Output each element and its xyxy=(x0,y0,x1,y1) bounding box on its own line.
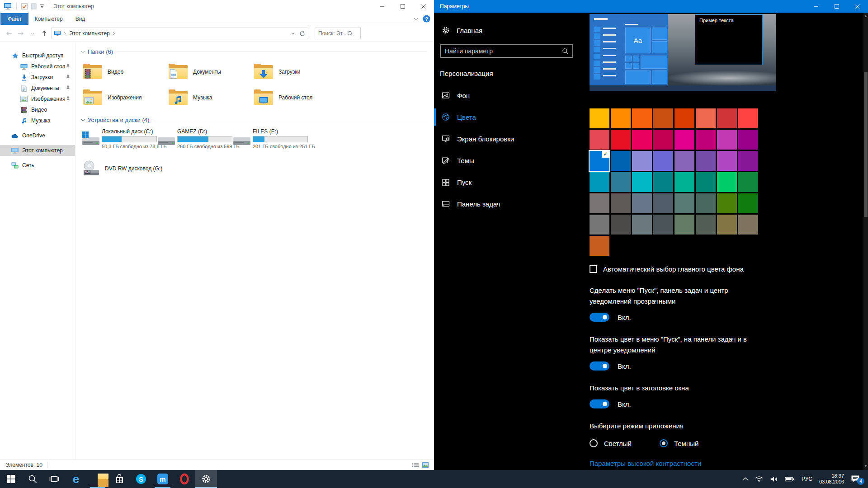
color-swatch[interactable] xyxy=(653,193,673,213)
folder-tile[interactable]: Загрузки xyxy=(254,59,339,84)
color-swatch[interactable] xyxy=(675,215,694,235)
close-button[interactable] xyxy=(847,0,868,13)
color-swatch[interactable] xyxy=(611,108,631,128)
color-swatch-selected[interactable]: ✓ xyxy=(590,151,609,171)
color-swatch[interactable] xyxy=(696,172,716,192)
taskbar-maxthon-button[interactable]: m xyxy=(152,470,174,488)
color-swatch[interactable] xyxy=(653,151,673,171)
color-swatch[interactable] xyxy=(653,172,673,192)
checkbox-unchecked[interactable] xyxy=(590,265,597,273)
taskbar-store-button[interactable] xyxy=(108,470,130,488)
color-swatch[interactable] xyxy=(590,108,609,128)
color-swatch[interactable] xyxy=(738,193,758,213)
color-swatch[interactable] xyxy=(632,215,652,235)
collapse-group-icon[interactable] xyxy=(81,51,85,53)
breadcrumb[interactable]: Этот компьютер xyxy=(69,30,110,37)
color-swatch[interactable] xyxy=(696,130,716,150)
color-swatch[interactable] xyxy=(717,130,737,150)
color-swatch[interactable] xyxy=(611,215,631,235)
settings-nav-start-tiles[interactable]: Пуск xyxy=(434,171,590,193)
previous-locations-icon[interactable] xyxy=(291,33,295,35)
color-swatch[interactable] xyxy=(738,151,758,171)
customize-toolbar-icon[interactable] xyxy=(40,4,44,9)
maximize-button[interactable] xyxy=(826,0,847,13)
color-swatch[interactable] xyxy=(653,130,673,150)
color-swatch[interactable] xyxy=(632,193,652,213)
taskbar-file-explorer-button[interactable] xyxy=(87,470,108,488)
color-swatch[interactable] xyxy=(611,172,631,192)
taskbar-edge-button[interactable]: e xyxy=(65,470,87,488)
color-swatch[interactable] xyxy=(717,172,737,192)
search-input[interactable] xyxy=(317,30,347,37)
sidebar-item-music[interactable]: Музыка xyxy=(0,115,75,126)
color-swatch[interactable] xyxy=(738,215,758,235)
drive-tile[interactable]: GAMEZ (D:)260 ГБ свободно из 599 ГБ xyxy=(157,128,233,152)
settings-nav-taskbar-nav[interactable]: Панель задач xyxy=(434,193,590,215)
maximize-button[interactable] xyxy=(392,0,413,13)
scrollbar[interactable]: ▲ ▼ xyxy=(863,13,868,470)
auto-color-checkbox-row[interactable]: Автоматический выбор главного цвета фона xyxy=(590,265,852,273)
color-swatch[interactable] xyxy=(675,130,694,150)
radio-unselected[interactable] xyxy=(590,439,598,447)
color-swatch[interactable] xyxy=(632,130,652,150)
volume-icon[interactable] xyxy=(770,476,778,483)
sidebar-item-computer[interactable]: Этот компьютер xyxy=(0,145,75,156)
back-icon[interactable] xyxy=(5,30,14,37)
settings-titlebar[interactable]: Параметры xyxy=(434,0,868,13)
toggle-switch-on[interactable] xyxy=(590,313,609,322)
battery-icon[interactable] xyxy=(785,476,795,482)
close-button[interactable] xyxy=(413,0,434,13)
color-swatch[interactable] xyxy=(738,130,758,150)
settings-nav-lockscreen[interactable]: Экран блокировки xyxy=(434,128,590,150)
sidebar-item-download[interactable]: Загрузки xyxy=(0,72,75,83)
color-swatch[interactable] xyxy=(696,108,716,128)
search-icon[interactable] xyxy=(347,31,353,37)
color-swatch[interactable] xyxy=(717,151,737,171)
help-icon[interactable]: ? xyxy=(423,15,430,23)
settings-nav-background[interactable]: Фон xyxy=(434,84,590,106)
tab-file[interactable]: Файл xyxy=(0,13,28,25)
color-swatch[interactable] xyxy=(738,108,758,128)
tab-view[interactable]: Вид xyxy=(69,14,92,24)
radio-selected[interactable] xyxy=(660,439,668,447)
color-swatch[interactable] xyxy=(675,172,694,192)
taskbar-settings-button[interactable] xyxy=(195,470,217,488)
color-swatch[interactable] xyxy=(653,108,673,128)
color-swatch[interactable] xyxy=(696,151,716,171)
sidebar-item-film[interactable]: Видео xyxy=(0,104,75,115)
taskbar-opera-button[interactable] xyxy=(174,470,195,488)
settings-search-input[interactable] xyxy=(441,47,562,55)
group-devices[interactable]: Устройства и диски (4) xyxy=(81,117,429,123)
properties-icon[interactable] xyxy=(21,3,28,9)
folder-tile[interactable]: Музыка xyxy=(168,84,254,110)
color-swatch[interactable] xyxy=(696,193,716,213)
color-swatch[interactable] xyxy=(717,215,737,235)
language-indicator[interactable]: РУС xyxy=(802,476,812,482)
expand-ribbon-icon[interactable] xyxy=(414,18,418,20)
thumbnails-view-icon[interactable] xyxy=(422,462,429,468)
taskbar-task-view-button[interactable] xyxy=(43,470,65,488)
color-swatch[interactable] xyxy=(611,130,631,150)
clock[interactable]: 18:37 03.08.2016 xyxy=(819,473,844,485)
color-swatch[interactable] xyxy=(590,215,609,235)
sidebar-item-picture[interactable]: Изображения xyxy=(0,94,75,104)
color-swatch[interactable] xyxy=(675,193,694,213)
tab-computer[interactable]: Компьютер xyxy=(28,14,69,24)
toggle-switch-on[interactable] xyxy=(590,399,609,408)
folder-tile[interactable]: Видео xyxy=(83,59,168,84)
settings-search-box[interactable] xyxy=(440,44,573,58)
color-swatch[interactable] xyxy=(632,172,652,192)
color-swatch[interactable] xyxy=(696,215,716,235)
color-swatch[interactable] xyxy=(590,130,609,150)
refresh-icon[interactable] xyxy=(299,31,305,37)
sidebar-item-star[interactable]: Быстрый доступ xyxy=(0,50,75,61)
group-folders[interactable]: Папки (6) xyxy=(81,48,429,55)
sidebar-item-network[interactable]: Сеть xyxy=(0,160,75,171)
toggle-switch-on[interactable] xyxy=(590,361,609,371)
details-view-icon[interactable] xyxy=(412,462,419,468)
search-icon[interactable] xyxy=(562,48,572,55)
sidebar-item-document[interactable]: Документы xyxy=(0,83,75,94)
drive-tile[interactable]: FILES (E:)201 ГБ свободно из 251 ГБ xyxy=(233,128,308,152)
color-swatch[interactable] xyxy=(717,108,737,128)
collapse-group-icon[interactable] xyxy=(81,119,85,122)
